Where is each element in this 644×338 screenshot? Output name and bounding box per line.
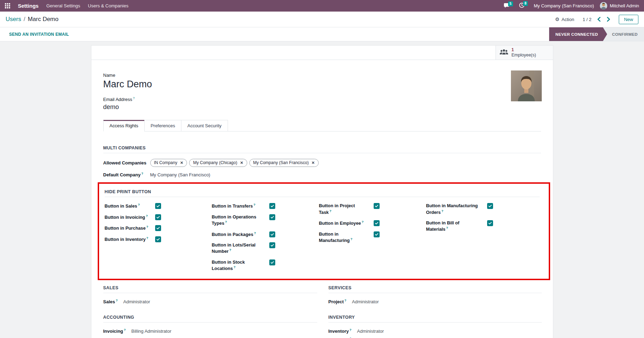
- menu-users-companies[interactable]: Users & Companies: [88, 3, 129, 8]
- remove-tag-icon[interactable]: ✕: [311, 160, 314, 165]
- help-icon[interactable]: ?: [254, 231, 256, 235]
- pager-next-icon[interactable]: [607, 17, 610, 22]
- highlight-box: HIDE PRINT BUTTON Button in Sales? Butto…: [98, 182, 550, 280]
- field-button-in-employee: Button in Employee?: [319, 220, 426, 227]
- field-button-in-purchase: Button in Purchase?: [105, 225, 212, 231]
- help-icon[interactable]: ?: [124, 328, 126, 332]
- tab-preferences[interactable]: Preferences: [144, 120, 181, 131]
- company-tags: IN Company ✕ My Company (Chicago) ✕ My C…: [150, 159, 319, 167]
- name-label: Name: [103, 73, 541, 78]
- user-photo[interactable]: [511, 70, 542, 101]
- employee-count: 1: [512, 47, 536, 53]
- top-navbar: Settings General Settings Users & Compan…: [0, 0, 644, 12]
- help-icon[interactable]: ?: [141, 172, 143, 175]
- company-switcher[interactable]: My Company (San Francisco): [534, 3, 594, 8]
- name-field: Name Marc Demo: [103, 73, 541, 90]
- section-hide-print-button: HIDE PRINT BUTTON: [105, 189, 540, 197]
- checkbox-button-in-purchase[interactable]: [155, 225, 161, 231]
- section-sales: SALES Sales? Administrator: [103, 285, 317, 304]
- field-inventory: Inventory? Administrator: [328, 328, 542, 334]
- checkbox-button-in-packages[interactable]: [269, 231, 275, 237]
- company-tag[interactable]: My Company (San Francisco) ✕: [249, 159, 319, 167]
- checkbox-button-in-manufacturing[interactable]: [374, 231, 380, 237]
- checkbox-button-in-manufacturing-orders[interactable]: [487, 203, 493, 209]
- new-button[interactable]: New: [619, 15, 638, 24]
- checkbox-button-in-operations-types[interactable]: [269, 214, 275, 220]
- help-icon[interactable]: ?: [146, 225, 148, 229]
- field-button-in-inventory: Button in Inventory?: [105, 236, 212, 243]
- section-services: SERVICES Project? Administrator: [328, 285, 542, 304]
- field-button-in-project-task: Button in Project Task?: [319, 203, 426, 215]
- breadcrumb: Users / Marc Demo: [6, 16, 58, 23]
- help-icon[interactable]: ?: [349, 328, 352, 332]
- checkbox-button-in-invoicing[interactable]: [155, 214, 161, 220]
- user-menu[interactable]: Mitchell Admin: [600, 2, 639, 9]
- sales-value[interactable]: Administrator: [123, 299, 150, 304]
- messages-button[interactable]: 5: [504, 3, 513, 9]
- user-name: Mitchell Admin: [610, 3, 639, 8]
- action-label: Action: [562, 17, 574, 22]
- default-company-label: Default Company: [103, 172, 141, 177]
- checkbox-button-in-stock-locations[interactable]: [269, 259, 275, 265]
- breadcrumb-separator: /: [23, 16, 25, 23]
- field-invoicing: Invoicing? Billing Administrator: [103, 328, 317, 334]
- menu-general-settings[interactable]: General Settings: [46, 3, 80, 8]
- help-icon[interactable]: ?: [138, 203, 140, 207]
- section-multi-companies: MULTI COMPANIES: [103, 146, 541, 153]
- checkbox-button-in-inventory[interactable]: [155, 236, 161, 242]
- help-icon[interactable]: ?: [234, 265, 236, 269]
- name-value[interactable]: Marc Demo: [103, 79, 541, 90]
- apps-grid-icon[interactable]: [5, 3, 10, 8]
- tab-account-security[interactable]: Account Security: [181, 120, 228, 131]
- checkbox-button-in-project-task[interactable]: [374, 203, 380, 209]
- help-icon[interactable]: ?: [225, 220, 227, 224]
- checkbox-button-in-employee[interactable]: [374, 220, 380, 226]
- invoicing-value[interactable]: Billing Administrator: [131, 329, 171, 334]
- hide-print-grid: Button in Sales? Button in Invoicing? Bu…: [105, 203, 540, 271]
- default-company-value[interactable]: My Company (San Francisco): [150, 172, 210, 177]
- field-button-in-packages: Button in Packages?: [212, 231, 319, 238]
- help-icon[interactable]: ?: [146, 236, 148, 240]
- pager-count: 1 / 2: [583, 17, 591, 22]
- help-icon[interactable]: ?: [351, 237, 353, 241]
- company-tag[interactable]: IN Company ✕: [150, 159, 187, 167]
- statusbar: SEND AN INVITATION EMAIL NEVER CONNECTED…: [0, 27, 644, 41]
- activities-button[interactable]: 8: [519, 2, 528, 9]
- remove-tag-icon[interactable]: ✕: [180, 160, 183, 165]
- field-project: Project? Administrator: [328, 299, 542, 304]
- help-icon[interactable]: ?: [345, 299, 347, 302]
- field-button-in-sales: Button in Sales?: [105, 203, 212, 209]
- checkbox-button-in-sales[interactable]: [155, 203, 161, 209]
- employees-stat-button[interactable]: 1 Employee(s): [496, 46, 553, 60]
- pager-previous-icon[interactable]: [597, 17, 601, 22]
- help-icon[interactable]: ?: [133, 96, 135, 100]
- field-button-in-transfers: Button in Transfers?: [212, 203, 319, 209]
- help-icon[interactable]: ?: [446, 226, 448, 230]
- help-icon[interactable]: ?: [116, 299, 118, 302]
- company-tag[interactable]: My Company (Chicago) ✕: [189, 159, 247, 167]
- project-value[interactable]: Administrator: [352, 299, 379, 304]
- state-never-connected[interactable]: NEVER CONNECTED: [549, 27, 607, 41]
- field-button-in-lots-serial-number: Button in Lots/Serial Number?: [212, 242, 319, 255]
- app-name[interactable]: Settings: [18, 3, 39, 9]
- tab-access-rights[interactable]: Access Rights: [103, 120, 145, 131]
- field-button-in-manufacturing-orders: Button in Manufacturing Orders?: [426, 203, 533, 215]
- email-field: Email Address? demo: [103, 96, 541, 111]
- send-invitation-email-button[interactable]: SEND AN INVITATION EMAIL: [9, 32, 69, 37]
- checkbox-button-in-bill-of-materials[interactable]: [487, 220, 493, 226]
- help-icon[interactable]: ?: [229, 248, 231, 252]
- help-icon[interactable]: ?: [254, 203, 256, 207]
- checkbox-button-in-transfers[interactable]: [269, 203, 275, 209]
- checkbox-button-in-lots-serial-number[interactable]: [269, 242, 275, 248]
- notebook-tabs: Access Rights Preferences Account Securi…: [103, 120, 541, 131]
- action-menu-button[interactable]: ⚙ Action: [555, 17, 574, 22]
- help-icon[interactable]: ?: [362, 220, 364, 224]
- help-icon[interactable]: ?: [330, 209, 332, 213]
- remove-tag-icon[interactable]: ✕: [240, 160, 243, 165]
- help-icon[interactable]: ?: [441, 209, 443, 213]
- help-icon[interactable]: ?: [146, 214, 148, 218]
- inventory-value[interactable]: Administrator: [357, 329, 384, 334]
- email-value[interactable]: demo: [103, 103, 541, 111]
- state-confirmed[interactable]: CONFIRMED: [603, 27, 644, 41]
- breadcrumb-users-link[interactable]: Users: [6, 16, 21, 23]
